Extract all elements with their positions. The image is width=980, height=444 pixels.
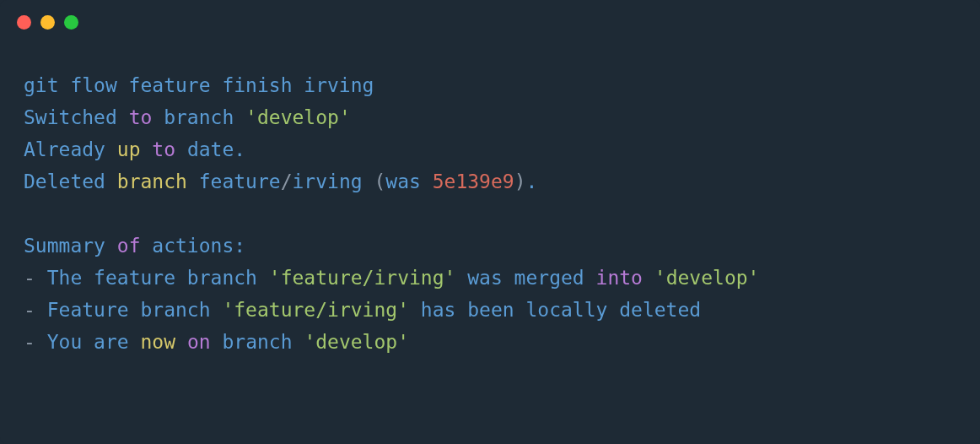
output-line: Already up to date. bbox=[24, 134, 956, 166]
titlebar bbox=[0, 0, 980, 36]
text: branch bbox=[152, 106, 245, 128]
output-line: git flow feature finish irving bbox=[24, 70, 956, 102]
text: Switched bbox=[24, 106, 129, 128]
blank-line bbox=[24, 198, 956, 230]
output-line: - The feature branch 'feature/irving' wa… bbox=[24, 263, 956, 295]
output-line: - Feature branch 'feature/irving' has be… bbox=[24, 295, 956, 327]
text: up bbox=[117, 138, 141, 160]
text: - bbox=[24, 267, 47, 289]
text: / bbox=[281, 171, 293, 192]
text: Deleted bbox=[24, 171, 117, 192]
terminal-output: git flow feature finish irving Switched … bbox=[0, 36, 980, 375]
text bbox=[140, 138, 152, 160]
text: Feature branch bbox=[47, 299, 223, 321]
text: 'develop' bbox=[654, 267, 760, 289]
text: 'feature/irving' bbox=[222, 299, 409, 321]
text: 5e139e9 bbox=[433, 171, 514, 192]
text: branch bbox=[117, 171, 187, 192]
text: Summary bbox=[24, 235, 117, 257]
minimize-icon[interactable] bbox=[40, 15, 55, 30]
close-icon[interactable] bbox=[17, 15, 31, 30]
text: ( bbox=[374, 171, 385, 192]
output-line: - You are now on branch 'develop' bbox=[24, 327, 956, 359]
text: git flow feature finish irving bbox=[24, 74, 374, 96]
text: - bbox=[24, 299, 47, 321]
text: The feature branch bbox=[47, 267, 269, 289]
text: 'develop' bbox=[304, 331, 409, 353]
text: feature bbox=[187, 171, 281, 192]
text bbox=[175, 331, 187, 353]
text: has been locally deleted bbox=[409, 299, 701, 321]
text: actions: bbox=[140, 235, 245, 257]
terminal-window: git flow feature finish irving Switched … bbox=[0, 0, 980, 444]
text: to bbox=[152, 138, 175, 160]
text: was bbox=[385, 171, 432, 192]
text: into bbox=[596, 267, 643, 289]
text: . bbox=[526, 171, 538, 192]
text: You are bbox=[47, 331, 141, 353]
text: - bbox=[24, 331, 47, 353]
text: to bbox=[129, 106, 153, 128]
text: Already bbox=[24, 138, 117, 160]
text: was merged bbox=[455, 267, 595, 289]
text: 'develop' bbox=[245, 106, 351, 128]
text: 'feature/irving' bbox=[269, 267, 456, 289]
zoom-icon[interactable] bbox=[64, 15, 78, 30]
output-line: Summary of actions: bbox=[24, 230, 956, 263]
text bbox=[643, 267, 654, 289]
output-line: Deleted branch feature/irving (was 5e139… bbox=[24, 166, 956, 198]
text: now bbox=[140, 331, 175, 353]
text: of bbox=[117, 235, 141, 257]
output-line: Switched to branch 'develop' bbox=[24, 102, 956, 134]
text: irving bbox=[293, 171, 374, 192]
text: branch bbox=[211, 331, 304, 353]
text: on bbox=[187, 331, 211, 353]
text: ) bbox=[514, 171, 526, 192]
text: date. bbox=[175, 138, 245, 160]
